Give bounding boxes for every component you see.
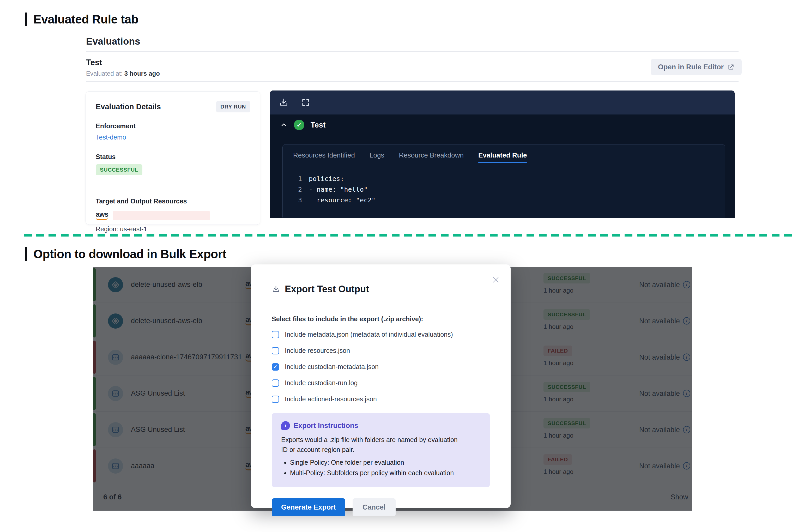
tab-evaluated-rule[interactable]: Evaluated Rule: [478, 151, 527, 163]
tab-logs[interactable]: Logs: [369, 151, 384, 163]
checkbox-row[interactable]: ✓ Include actioned-resources.json: [272, 395, 490, 403]
dashed-separator: [24, 234, 792, 236]
section-heading-bulk-export: Option to download in Bulk Export: [25, 247, 226, 261]
checkbox-row[interactable]: ✓ Include resources.json: [272, 347, 490, 355]
status-label: Status: [96, 153, 250, 160]
export-instructions-bullets: Single Policy: One folder per evaluation…: [281, 457, 480, 478]
open-in-rule-editor-button[interactable]: Open in Rule Editor: [651, 59, 742, 75]
modal-title: Export Test Output: [285, 284, 369, 295]
checkbox-row[interactable]: ✓ Include custodian-metadata.json: [272, 363, 490, 370]
export-instructions-title: Export Instructions: [293, 422, 358, 430]
divider: [86, 51, 739, 52]
evaluations-title: Evaluations: [86, 36, 140, 47]
code-line: 1policies:: [294, 173, 725, 184]
generate-export-button[interactable]: Generate Export: [272, 498, 345, 516]
instruction-bullet: Multi-Policy: Subfolders per policy with…: [290, 468, 480, 478]
fullscreen-icon[interactable]: [301, 97, 310, 108]
divider: [96, 187, 250, 187]
divider: [267, 306, 495, 306]
page: Evaluated Rule tab Evaluations Test Eval…: [0, 0, 798, 532]
checkbox-label: Include custodian-metadata.json: [285, 363, 379, 370]
viewer-toolbar: [270, 91, 735, 114]
enforcement-link[interactable]: Test-demo: [96, 134, 126, 141]
export-instructions-body: Exports would a .zip file with folders a…: [281, 435, 458, 455]
checkbox-row[interactable]: ✓ Include metadata.json (metadata of ind…: [272, 331, 490, 338]
cancel-button[interactable]: Cancel: [353, 498, 396, 516]
target-resources-label: Target and Output Resources: [96, 197, 250, 205]
viewer-inner-panel: Resources IdentifiedLogsResource Breakdo…: [282, 144, 725, 218]
tab-resource-breakdown[interactable]: Resource Breakdown: [399, 151, 464, 163]
evaluation-name: Test: [86, 58, 102, 67]
viewer-group-title: Test: [310, 121, 325, 129]
evaluated-at: Evaluated at: 3 hours ago: [86, 70, 160, 77]
download-icon[interactable]: [279, 97, 289, 108]
region-text: Region: us-east-1: [96, 225, 250, 233]
open-in-rule-editor-label: Open in Rule Editor: [658, 63, 724, 71]
tab-resources-identified[interactable]: Resources Identified: [293, 151, 355, 163]
enforcement-label: Enforcement: [96, 122, 250, 130]
status-badge: SUCCESSFUL: [96, 164, 142, 175]
viewer-tabs: Resources IdentifiedLogsResource Breakdo…: [283, 145, 725, 163]
checkbox-label: Include actioned-resources.json: [285, 395, 377, 403]
checkbox[interactable]: ✓: [272, 331, 279, 338]
active-tab-underline: [369, 162, 384, 163]
dry-run-badge: DRY RUN: [216, 101, 250, 112]
checkbox-label: Include custodian-run.log: [285, 379, 358, 387]
close-icon[interactable]: [491, 275, 501, 285]
success-check-icon: ✓: [294, 120, 304, 130]
export-instructions-box: i Export Instructions Exports would a .z…: [272, 413, 490, 487]
checkbox-list: ✓ Include metadata.json (metadata of ind…: [272, 331, 490, 403]
download-icon: [272, 285, 280, 293]
instruction-bullet: Single Policy: One folder per evaluation: [290, 457, 480, 468]
evaluated-at-value: 3 hours ago: [125, 70, 160, 77]
aws-logo: aws: [96, 211, 109, 220]
info-icon: i: [281, 421, 290, 430]
active-tab-underline: [293, 162, 355, 163]
evaluation-viewer-panel: ✓ Test Resources IdentifiedLogsResource …: [270, 91, 735, 218]
checkbox[interactable]: ✓: [272, 347, 279, 355]
evaluated-at-label: Evaluated at:: [86, 70, 122, 77]
redacted-resource-text: [113, 211, 210, 220]
section-heading-evaluated-rule-tab: Evaluated Rule tab: [25, 13, 138, 26]
checkbox-label: Include metadata.json (metadata of indiv…: [285, 331, 453, 338]
external-link-icon: [727, 64, 734, 71]
checkbox[interactable]: ✓: [272, 379, 279, 387]
export-modal: Export Test Output Select files to inclu…: [251, 264, 511, 508]
collapse-chevron-icon[interactable]: [280, 121, 288, 129]
code-line: 3 resource: "ec2": [294, 195, 725, 206]
checkbox[interactable]: ✓: [272, 363, 279, 370]
code-line: 2- name: "hello": [294, 184, 725, 195]
divider: [86, 81, 739, 82]
active-tab-underline: [399, 162, 464, 163]
evaluation-details-title: Evaluation Details: [96, 102, 161, 111]
select-files-label: Select files to include in the export (.…: [272, 315, 490, 323]
checkbox-label: Include resources.json: [285, 347, 350, 355]
code-editor[interactable]: 1policies:2- name: "hello"3 resource: "e…: [283, 173, 725, 206]
evaluation-details-card: Evaluation Details DRY RUN Enforcement T…: [86, 91, 260, 225]
checkbox-row[interactable]: ✓ Include custodian-run.log: [272, 379, 490, 387]
checkbox[interactable]: ✓: [272, 396, 279, 403]
active-tab-underline: [478, 162, 527, 163]
